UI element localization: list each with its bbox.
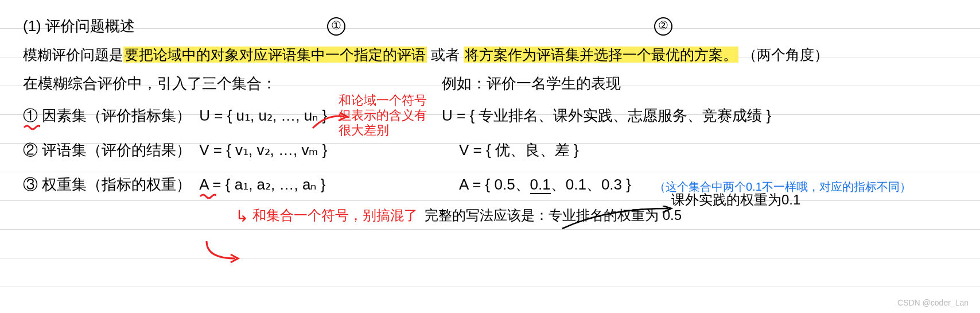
title-number: (1) [23,17,41,34]
arrow-icon [310,108,350,131]
def-prefix: 模糊评价问题是 [23,47,123,63]
weight-label: 权重集（指标的权重） [42,176,191,193]
watermark: CSDN @coder_Lan [897,298,969,307]
marker-two: ② [654,17,672,36]
weight-ex-post: 、0.1、0.3 } [551,176,631,193]
factor-num: ① [23,107,38,124]
marker-one: ① [327,17,345,36]
comment-label: 评语集（评价的结果） [42,141,191,159]
bottom-notes-row: ↳ 和集合一个符号，别搞混了 完整的写法应该是：专业排名的权重为 0.5 [23,201,957,230]
def-highlight-1: 要把论域中的对象对应评语集中一个指定的评语 [123,47,427,63]
squiggle-icon [199,193,216,200]
title-row: (1) 评价问题概述 ① ② [23,11,957,40]
comment-formula: V = { v₁, v₂, …, vₘ } [199,136,417,164]
weight-set-row: ③ 权重集（指标的权重） A = { a₁, a₂, …, aₙ } A = {… [23,170,957,199]
factor-example: U = { 专业排名、课外实践、志愿服务、竞赛成绩 } [442,101,771,130]
arrow-icon: ↳ [235,207,248,225]
factor-formula: U = { u₁, u₂, …, uₙ } [199,107,327,124]
def-suffix: （两个角度） [742,47,829,63]
red-note-2-text: 和集合一个符号，别搞混了 [252,207,418,223]
comment-num: ② [23,141,38,159]
arrow-icon [201,238,258,267]
weight-ex-pre: A = { 0.5、 [459,176,530,193]
handwritten-content: (1) 评价问题概述 ① ② 模糊评价问题是要把论域中的对象对应评语集中一个指定… [23,11,957,230]
intro-row: 在模糊综合评价中，引入了三个集合： 例如：评价一名学生的表现 [23,69,957,98]
factor-set-row: ① 因素集（评价指标集） U = { u₁, u₂, …, uₙ } U = {… [23,101,957,130]
definition-row: 模糊评价问题是要把论域中的对象对应评语集中一个指定的评语 或者 将方案作为评语集… [23,40,957,69]
title-text: 评价问题概述 [45,17,135,34]
def-mid: 或者 [427,47,464,63]
squiggle-icon [23,124,40,131]
comment-example: V = { 优、良、差 } [459,136,579,164]
def-highlight-2: 将方案作为评语集并选择一个最优的方案。 [464,47,738,63]
factor-label: 因素集（评价指标集） [42,107,191,124]
weight-formula: A = { a₁, a₂, …, aₙ } [199,176,325,193]
weight-num: ③ [23,176,38,193]
red-note-set-symbol: ↳ 和集合一个符号，别搞混了 [235,201,418,231]
example-intro: 例如：评价一名学生的表现 [442,69,621,98]
intro-text: 在模糊综合评价中，引入了三个集合： [23,75,277,92]
comment-set-row: ② 评语集（评价的结果） V = { v₁, v₂, …, vₘ } V = {… [23,136,957,164]
weight-example: A = { 0.5、0.1、0.1、0.3 } [459,170,631,199]
arrow-icon [559,206,674,234]
weight-ex-underlined: 0.1 [530,176,551,194]
